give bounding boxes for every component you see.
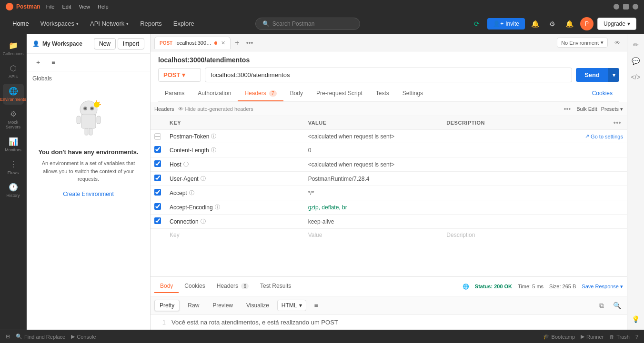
sidebar-item-environments[interactable]: 🌐 Environments: [3, 84, 24, 105]
checkbox-4[interactable]: [154, 189, 161, 196]
settings-icon[interactable]: ⚙: [546, 17, 559, 30]
empty-desc-field[interactable]: Description: [446, 232, 585, 238]
checkbox-indeterminate[interactable]: —: [154, 133, 161, 140]
url-input[interactable]: [205, 68, 572, 82]
minimize-button[interactable]: [614, 4, 619, 10]
info-icon-6[interactable]: ⓘ: [201, 218, 206, 225]
menu-help[interactable]: Help: [98, 4, 109, 10]
method-select[interactable]: POST ▾: [158, 68, 201, 82]
trash-button[interactable]: 🗑 Trash: [609, 333, 630, 340]
invite-button[interactable]: 👤+ Invite: [487, 18, 525, 29]
bootcamp-button[interactable]: 🎓 Bootcamp: [543, 333, 575, 340]
nav-reports[interactable]: Reports: [135, 17, 167, 30]
right-panel-comment-button[interactable]: 💬: [629, 54, 643, 68]
checkbox-cell-5[interactable]: [154, 203, 170, 211]
resp-tab-test-results[interactable]: Test Results: [254, 280, 297, 293]
sidebar-item-mock-servers[interactable]: ⚙ Mock Servers: [3, 107, 24, 132]
tab-more-button[interactable]: •••: [244, 37, 255, 49]
runner-button[interactable]: ▶ Runner: [581, 333, 604, 340]
headers-more-button[interactable]: •••: [562, 105, 573, 113]
checkbox-1[interactable]: [154, 146, 161, 153]
tab-add-button[interactable]: +: [231, 37, 243, 49]
right-panel-code-button[interactable]: </>: [629, 70, 643, 84]
row-actions-more[interactable]: •••: [612, 119, 623, 127]
sidebar-item-monitors[interactable]: 📊 Monitors: [3, 134, 24, 155]
nav-workspaces[interactable]: Workspaces ▾: [36, 17, 83, 30]
info-icon-4[interactable]: ⓘ: [189, 189, 194, 196]
sidebar-item-collections[interactable]: 📁 Collections: [3, 38, 24, 59]
send-dropdown-button[interactable]: ▾: [608, 68, 619, 82]
goto-settings-link[interactable]: ↗ Go to settings: [585, 133, 623, 139]
sidebar-toggle-button[interactable]: ⊟: [6, 333, 10, 340]
environment-select[interactable]: No Environment ▾: [557, 38, 608, 48]
format-visualize-button[interactable]: Visualize: [241, 300, 274, 311]
checkbox-cell-1[interactable]: [154, 146, 170, 154]
checkbox-2[interactable]: [154, 160, 161, 167]
format-preview-button[interactable]: Preview: [207, 300, 238, 311]
info-icon-5[interactable]: ⓘ: [215, 204, 220, 211]
checkbox-3[interactable]: [154, 175, 161, 181]
checkbox-cell-0[interactable]: —: [154, 133, 170, 140]
bulk-edit-button[interactable]: Bulk Edit: [576, 106, 597, 112]
search-response-button[interactable]: 🔍: [611, 299, 623, 312]
globals-item[interactable]: Globals: [27, 71, 150, 86]
nav-home[interactable]: Home: [8, 17, 34, 30]
req-tab-pre-request[interactable]: Pre-request Script: [310, 86, 369, 101]
search-bar[interactable]: 🔍 Search Postman: [255, 18, 360, 30]
checkbox-5[interactable]: [154, 203, 161, 210]
titlebar-menus[interactable]: File Edit View Help: [46, 4, 109, 10]
info-icon-0[interactable]: ⓘ: [211, 133, 216, 140]
req-tab-settings[interactable]: Settings: [396, 86, 430, 101]
req-tab-body[interactable]: Body: [283, 86, 310, 101]
sidebar-item-history[interactable]: 🕐 History: [3, 180, 24, 201]
cookies-link[interactable]: Cookies: [585, 86, 619, 101]
avatar-icon[interactable]: P: [580, 17, 594, 30]
resp-tab-cookies[interactable]: Cookies: [179, 280, 211, 293]
find-replace-button[interactable]: 🔍 Find and Replace: [16, 333, 65, 340]
req-tab-params[interactable]: Params: [158, 86, 191, 101]
right-panel-star-button[interactable]: 💡: [629, 313, 643, 326]
checkbox-6[interactable]: [154, 217, 161, 224]
info-icon-1[interactable]: ⓘ: [211, 147, 216, 154]
help-button[interactable]: ?: [635, 333, 638, 340]
send-button[interactable]: Send: [576, 68, 608, 82]
req-tab-tests[interactable]: Tests: [369, 86, 396, 101]
checkbox-cell-3[interactable]: [154, 175, 170, 183]
format-raw-button[interactable]: Raw: [182, 300, 204, 311]
upgrade-button[interactable]: Upgrade ▾: [597, 18, 636, 30]
import-button[interactable]: Import: [118, 38, 144, 49]
presets-button[interactable]: Presets ▾: [601, 106, 623, 112]
nav-api-network[interactable]: API Network ▾: [85, 17, 133, 30]
save-response-button[interactable]: Save Response ▾: [582, 284, 623, 290]
nav-explore[interactable]: Explore: [169, 17, 199, 30]
tab-close-button[interactable]: ✕: [221, 40, 225, 46]
empty-value-field[interactable]: Value: [308, 232, 447, 238]
sort-button[interactable]: ≡: [48, 57, 59, 68]
info-icon-2[interactable]: ⓘ: [183, 161, 189, 168]
checkbox-cell-6[interactable]: [154, 217, 170, 225]
sync-icon[interactable]: ⟳: [470, 17, 483, 30]
env-eye-button[interactable]: 👁: [612, 37, 623, 49]
checkbox-cell-2[interactable]: [154, 160, 170, 168]
notifications-icon[interactable]: 🔔: [529, 17, 542, 30]
req-tab-headers[interactable]: Headers 7: [238, 86, 283, 101]
menu-file[interactable]: File: [46, 4, 55, 10]
sidebar-item-apis[interactable]: ⬡ APIs: [3, 61, 24, 82]
tab-item-0[interactable]: POST localhost:3000/a... ✕: [154, 37, 231, 49]
console-button[interactable]: ▶ Console: [71, 333, 96, 340]
format-pretty-button[interactable]: Pretty: [154, 300, 180, 311]
menu-view[interactable]: View: [79, 4, 90, 10]
restore-button[interactable]: [623, 4, 629, 10]
copy-response-button[interactable]: ⧉: [595, 299, 608, 312]
right-panel-pencil-button[interactable]: ✏: [629, 38, 643, 51]
close-button[interactable]: [633, 4, 638, 10]
req-tab-authorization[interactable]: Authorization: [191, 86, 238, 101]
empty-key-field[interactable]: Key: [170, 232, 308, 238]
new-button[interactable]: New: [94, 38, 116, 49]
resp-tab-headers[interactable]: Headers 6: [211, 280, 254, 293]
info-icon-3[interactable]: ⓘ: [201, 175, 206, 182]
format-type-select[interactable]: HTML ▾: [277, 300, 306, 311]
bell-icon[interactable]: 🔔: [563, 17, 576, 30]
add-env-button[interactable]: +: [32, 57, 44, 68]
sidebar-item-flows[interactable]: ⋮ Flows: [3, 157, 24, 178]
